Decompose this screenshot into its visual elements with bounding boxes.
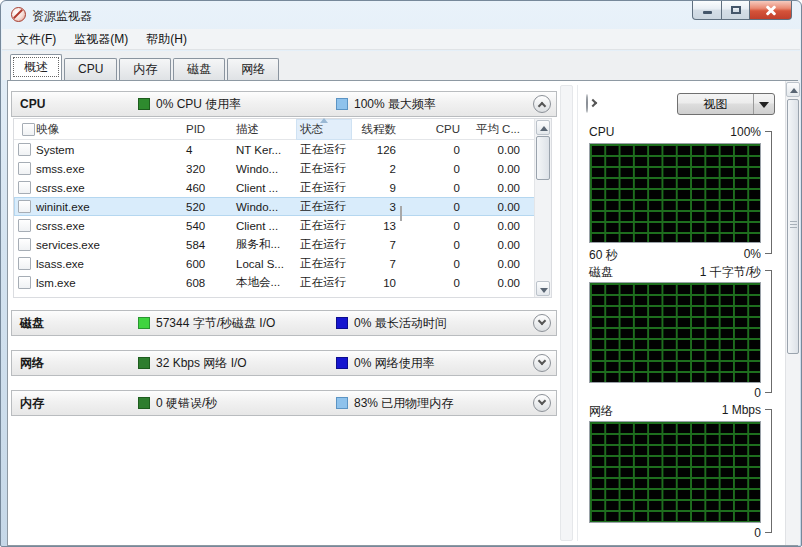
cell-status: 正在运行: [296, 218, 352, 233]
network-usage-legend: 0% 网络使用率: [336, 355, 533, 372]
network-graph-footer: 0: [589, 526, 773, 540]
column-header-pid[interactable]: PID: [186, 123, 236, 135]
chevron-right-button[interactable]: [586, 94, 588, 113]
cell-status: 正在运行: [296, 199, 352, 214]
column-header-description[interactable]: 描述: [236, 122, 296, 137]
table-row[interactable]: lsass.exe 600 Local S... 正在运行 7 0 0.00: [14, 254, 551, 273]
cell-pid: 4: [186, 144, 236, 156]
view-button[interactable]: 视图: [677, 93, 775, 115]
row-checkbox[interactable]: [18, 162, 31, 175]
row-checkbox[interactable]: [18, 143, 31, 156]
column-header-image[interactable]: 映像: [36, 122, 186, 137]
cpu-frequency-legend: 100% 最大频率: [336, 96, 533, 113]
cpu-scale-bracket: [765, 131, 772, 254]
cell-avg-cpu: 0.00: [460, 182, 526, 194]
column-header-threads[interactable]: 线程数: [352, 122, 396, 137]
cell-image: wininit.exe: [36, 201, 186, 213]
minimize-icon: [703, 11, 712, 14]
cell-pid: 600: [186, 258, 236, 270]
memory-section-header[interactable]: 内存 0 硬错误/秒 83% 已用物理内存: [11, 390, 557, 416]
memory-expand-button[interactable]: [533, 394, 551, 412]
table-header-row: 映像 PID 描述 状态 线程数 CPU 平均 C...: [14, 119, 551, 140]
disk-expand-button[interactable]: [533, 314, 551, 332]
cell-image: services.exe: [36, 239, 186, 251]
disk-section-header[interactable]: 磁盘 57344 字节/秒磁盘 I/O 0% 最长活动时间: [11, 310, 557, 336]
scroll-up-button[interactable]: [786, 82, 800, 97]
network-io-legend: 32 Kbps 网络 I/O: [138, 355, 336, 372]
network-usage-swatch-icon: [336, 357, 348, 369]
cell-image: lsass.exe: [36, 258, 186, 270]
menu-file[interactable]: 文件(F): [8, 28, 65, 51]
chevron-up-icon: [538, 102, 546, 110]
column-header-status[interactable]: 状态: [296, 119, 352, 140]
cell-avg-cpu: 0.00: [460, 239, 526, 251]
column-header-cpu[interactable]: CPU: [396, 123, 460, 135]
table-row[interactable]: smss.exe 320 Windo... 正在运行 2 0 0.00: [14, 159, 551, 178]
sort-up-icon: [320, 118, 328, 123]
menu-bar: 文件(F) 监视器(M) 帮助(H): [2, 29, 800, 50]
tab-overview[interactable]: 概述: [10, 54, 62, 80]
row-checkbox[interactable]: [18, 276, 31, 289]
row-checkbox[interactable]: [18, 219, 31, 232]
scrollbar-thumb[interactable]: [787, 99, 799, 354]
row-checkbox[interactable]: [18, 200, 31, 213]
table-row[interactable]: lsm.exe 608 本地会... 正在运行 10 0 0.00: [14, 273, 551, 292]
row-checkbox[interactable]: [18, 257, 31, 270]
cell-cpu: 0: [396, 201, 460, 213]
table-row[interactable]: services.exe 584 服务和... 正在运行 7 0 0.00: [14, 235, 551, 254]
table-row[interactable]: csrss.exe 540 Client ... 正在运行 13 0 0.00: [14, 216, 551, 235]
cell-avg-cpu: 0.00: [460, 201, 526, 213]
cell-image: System: [36, 144, 186, 156]
select-all-checkbox[interactable]: [22, 123, 35, 136]
graph-pane-toggle[interactable]: [586, 95, 588, 113]
menu-help[interactable]: 帮助(H): [137, 28, 196, 51]
tab-network[interactable]: 网络: [227, 58, 279, 80]
cell-avg-cpu: 0.00: [460, 144, 526, 156]
network-section-header[interactable]: 网络 32 Kbps 网络 I/O 0% 网络使用率: [11, 350, 557, 376]
cell-threads: 10: [352, 277, 396, 289]
disk-active-swatch-icon: [336, 317, 348, 329]
window-scrollbar[interactable]: [785, 81, 800, 545]
scroll-up-button[interactable]: [536, 120, 550, 135]
cell-status: 正在运行: [296, 161, 352, 176]
cpu-collapse-button[interactable]: [533, 95, 551, 113]
close-button[interactable]: [750, 1, 792, 20]
tab-cpu[interactable]: CPU: [64, 58, 117, 80]
cell-threads: 7: [352, 258, 396, 270]
memory-faults-legend: 0 硬错误/秒: [138, 395, 336, 412]
scrollbar-thumb[interactable]: [536, 136, 550, 180]
row-checkbox[interactable]: [18, 181, 31, 194]
row-checkbox[interactable]: [18, 238, 31, 251]
disk-io-legend: 57344 字节/秒磁盘 I/O: [138, 315, 336, 332]
left-pane-scrollbar[interactable]: [560, 85, 573, 541]
minimize-button[interactable]: [692, 1, 722, 20]
disk-graph-title: 磁盘: [589, 264, 613, 281]
scroll-down-button[interactable]: [536, 281, 550, 296]
memory-section-title: 内存: [12, 395, 138, 412]
app-icon: [11, 7, 26, 22]
table-row[interactable]: System 4 NT Ker... 正在运行 126 0 0.00: [14, 140, 551, 159]
network-expand-button[interactable]: [533, 354, 551, 372]
network-graph-header: 网络 1 Mbps: [589, 403, 773, 420]
cell-image: lsm.exe: [36, 277, 186, 289]
maximize-button[interactable]: [722, 1, 750, 20]
cpu-graph-min: 0%: [744, 247, 761, 264]
table-row[interactable]: csrss.exe 460 Client ... 正在运行 9 0 0.00: [14, 178, 551, 197]
cell-threads: 3: [352, 201, 396, 213]
tab-memory[interactable]: 内存: [119, 58, 171, 80]
table-scrollbar[interactable]: [534, 119, 551, 297]
cpu-section-header[interactable]: CPU 0% CPU 使用率 100% 最大频率: [11, 91, 557, 117]
column-header-avg-cpu[interactable]: 平均 C...: [460, 122, 526, 137]
cell-threads: 126: [352, 144, 396, 156]
menu-monitor[interactable]: 监视器(M): [65, 28, 137, 51]
tab-disk[interactable]: 磁盘: [173, 58, 225, 80]
cell-threads: 13: [352, 220, 396, 232]
view-dropdown-button[interactable]: [753, 94, 774, 114]
window-title: 资源监视器: [32, 8, 92, 25]
disk-graph-min: 0: [754, 386, 761, 400]
time-axis-label: 60 秒: [589, 247, 618, 264]
cell-cpu: 0: [396, 239, 460, 251]
network-graph-scale: 1 Mbps: [722, 403, 761, 420]
table-row-selected[interactable]: wininit.exe 520 Windo... 正在运行 3 0 0.00: [14, 197, 551, 216]
cpu-usage-swatch-icon: [138, 98, 150, 110]
